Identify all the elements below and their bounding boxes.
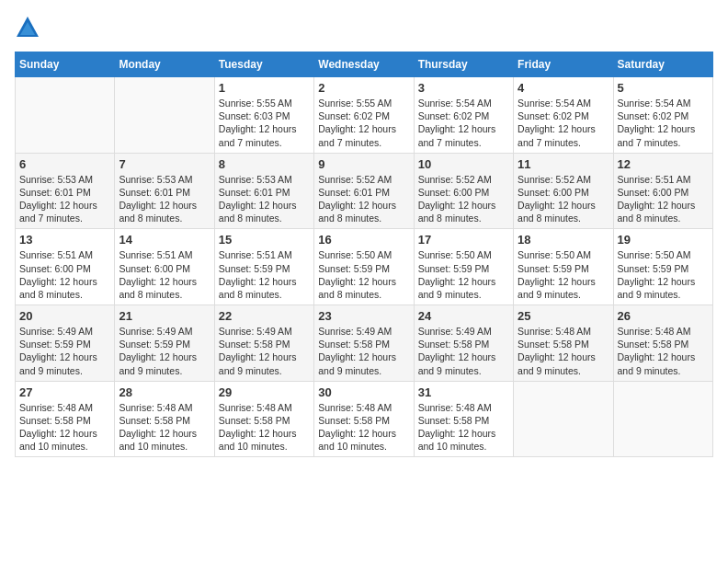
day-number: 6	[19, 157, 110, 171]
day-info: Sunrise: 5:54 AMSunset: 6:02 PMDaylight:…	[618, 97, 709, 149]
day-number: 13	[19, 233, 110, 247]
calendar-cell	[514, 381, 613, 457]
day-number: 11	[518, 157, 609, 171]
day-info: Sunrise: 5:53 AMSunset: 6:01 PMDaylight:…	[19, 173, 110, 225]
day-header-sunday: Sunday	[16, 52, 115, 77]
week-row-3: 13Sunrise: 5:51 AMSunset: 6:00 PMDayligh…	[16, 229, 713, 305]
day-number: 10	[418, 157, 509, 171]
day-info: Sunrise: 5:51 AMSunset: 5:59 PMDaylight:…	[219, 248, 310, 301]
logo-icon	[15, 15, 40, 40]
day-number: 21	[119, 309, 210, 323]
calendar-cell: 2Sunrise: 5:55 AMSunset: 6:02 PMDaylight…	[314, 77, 414, 154]
day-number: 2	[318, 81, 409, 95]
day-header-wednesday: Wednesday	[314, 52, 414, 77]
calendar-cell: 1Sunrise: 5:55 AMSunset: 6:03 PMDaylight…	[214, 77, 313, 154]
day-info: Sunrise: 5:50 AMSunset: 5:59 PMDaylight:…	[318, 248, 409, 301]
calendar-cell: 11Sunrise: 5:52 AMSunset: 6:00 PMDayligh…	[514, 153, 613, 229]
day-info: Sunrise: 5:48 AMSunset: 5:58 PMDaylight:…	[518, 325, 609, 377]
calendar-cell: 22Sunrise: 5:49 AMSunset: 5:58 PMDayligh…	[214, 305, 313, 382]
day-number: 12	[618, 157, 709, 171]
calendar-cell: 24Sunrise: 5:49 AMSunset: 5:58 PMDayligh…	[414, 305, 513, 382]
calendar-cell: 7Sunrise: 5:53 AMSunset: 6:01 PMDaylight…	[115, 153, 214, 229]
day-number: 4	[518, 81, 609, 95]
day-info: Sunrise: 5:52 AMSunset: 6:00 PMDaylight:…	[418, 173, 509, 225]
day-info: Sunrise: 5:51 AMSunset: 6:00 PMDaylight:…	[618, 173, 709, 225]
day-number: 5	[618, 81, 709, 95]
calendar-cell: 29Sunrise: 5:48 AMSunset: 5:58 PMDayligh…	[214, 381, 313, 457]
day-number: 23	[318, 309, 409, 323]
calendar-cell: 27Sunrise: 5:48 AMSunset: 5:58 PMDayligh…	[16, 381, 115, 457]
day-header-saturday: Saturday	[613, 52, 712, 77]
calendar-cell: 19Sunrise: 5:50 AMSunset: 5:59 PMDayligh…	[613, 229, 712, 305]
calendar-cell: 17Sunrise: 5:50 AMSunset: 5:59 PMDayligh…	[414, 229, 513, 305]
day-header-friday: Friday	[514, 52, 613, 77]
week-row-4: 20Sunrise: 5:49 AMSunset: 5:59 PMDayligh…	[16, 305, 713, 382]
header-row: SundayMondayTuesdayWednesdayThursdayFrid…	[16, 52, 713, 77]
day-number: 27	[19, 385, 110, 399]
page-header	[15, 15, 713, 40]
day-info: Sunrise: 5:54 AMSunset: 6:02 PMDaylight:…	[418, 97, 509, 149]
calendar-cell: 23Sunrise: 5:49 AMSunset: 5:58 PMDayligh…	[314, 305, 414, 382]
calendar-cell	[115, 77, 214, 154]
calendar-body: 1Sunrise: 5:55 AMSunset: 6:03 PMDaylight…	[16, 77, 713, 457]
day-info: Sunrise: 5:48 AMSunset: 5:58 PMDaylight:…	[219, 401, 310, 454]
calendar-cell: 16Sunrise: 5:50 AMSunset: 5:59 PMDayligh…	[314, 229, 414, 305]
calendar-cell: 5Sunrise: 5:54 AMSunset: 6:02 PMDaylight…	[613, 77, 712, 154]
day-number: 7	[119, 157, 210, 171]
day-number: 20	[19, 309, 110, 323]
day-info: Sunrise: 5:49 AMSunset: 5:59 PMDaylight:…	[119, 325, 210, 377]
calendar-cell: 20Sunrise: 5:49 AMSunset: 5:59 PMDayligh…	[16, 305, 115, 382]
day-number: 22	[219, 309, 310, 323]
day-info: Sunrise: 5:49 AMSunset: 5:59 PMDaylight:…	[19, 325, 110, 377]
calendar-cell: 26Sunrise: 5:48 AMSunset: 5:58 PMDayligh…	[613, 305, 712, 382]
calendar-cell: 21Sunrise: 5:49 AMSunset: 5:59 PMDayligh…	[115, 305, 214, 382]
day-number: 17	[418, 233, 509, 247]
day-info: Sunrise: 5:53 AMSunset: 6:01 PMDaylight:…	[219, 173, 310, 225]
calendar-cell	[613, 381, 712, 457]
day-info: Sunrise: 5:49 AMSunset: 5:58 PMDaylight:…	[318, 325, 409, 377]
day-info: Sunrise: 5:51 AMSunset: 6:00 PMDaylight:…	[19, 248, 110, 301]
day-info: Sunrise: 5:52 AMSunset: 6:00 PMDaylight:…	[518, 173, 609, 225]
calendar-cell: 14Sunrise: 5:51 AMSunset: 6:00 PMDayligh…	[115, 229, 214, 305]
calendar-cell	[16, 77, 115, 154]
calendar-cell: 12Sunrise: 5:51 AMSunset: 6:00 PMDayligh…	[613, 153, 712, 229]
day-info: Sunrise: 5:48 AMSunset: 5:58 PMDaylight:…	[119, 401, 210, 454]
calendar-cell: 10Sunrise: 5:52 AMSunset: 6:00 PMDayligh…	[414, 153, 513, 229]
day-number: 24	[418, 309, 509, 323]
day-info: Sunrise: 5:50 AMSunset: 5:59 PMDaylight:…	[418, 248, 509, 301]
day-number: 29	[219, 385, 310, 399]
day-number: 1	[219, 81, 310, 95]
day-number: 3	[418, 81, 509, 95]
day-number: 15	[219, 233, 310, 247]
calendar-cell: 15Sunrise: 5:51 AMSunset: 5:59 PMDayligh…	[214, 229, 313, 305]
calendar-cell: 31Sunrise: 5:48 AMSunset: 5:58 PMDayligh…	[414, 381, 513, 457]
day-number: 30	[318, 385, 409, 399]
calendar-cell: 6Sunrise: 5:53 AMSunset: 6:01 PMDaylight…	[16, 153, 115, 229]
week-row-2: 6Sunrise: 5:53 AMSunset: 6:01 PMDaylight…	[16, 153, 713, 229]
day-info: Sunrise: 5:48 AMSunset: 5:58 PMDaylight:…	[618, 325, 709, 377]
day-info: Sunrise: 5:54 AMSunset: 6:02 PMDaylight:…	[518, 97, 609, 149]
calendar-table: SundayMondayTuesdayWednesdayThursdayFrid…	[15, 52, 713, 457]
calendar-cell: 8Sunrise: 5:53 AMSunset: 6:01 PMDaylight…	[214, 153, 313, 229]
day-info: Sunrise: 5:50 AMSunset: 5:59 PMDaylight:…	[518, 248, 609, 301]
week-row-5: 27Sunrise: 5:48 AMSunset: 5:58 PMDayligh…	[16, 381, 713, 457]
calendar-cell: 30Sunrise: 5:48 AMSunset: 5:58 PMDayligh…	[314, 381, 414, 457]
day-number: 9	[318, 157, 409, 171]
day-info: Sunrise: 5:50 AMSunset: 5:59 PMDaylight:…	[618, 248, 709, 301]
day-info: Sunrise: 5:49 AMSunset: 5:58 PMDaylight:…	[219, 325, 310, 377]
day-info: Sunrise: 5:48 AMSunset: 5:58 PMDaylight:…	[19, 401, 110, 454]
day-header-monday: Monday	[115, 52, 214, 77]
calendar-cell: 28Sunrise: 5:48 AMSunset: 5:58 PMDayligh…	[115, 381, 214, 457]
day-number: 8	[219, 157, 310, 171]
day-number: 28	[119, 385, 210, 399]
day-number: 16	[318, 233, 409, 247]
day-header-thursday: Thursday	[414, 52, 513, 77]
day-info: Sunrise: 5:55 AMSunset: 6:03 PMDaylight:…	[219, 97, 310, 149]
day-number: 26	[618, 309, 709, 323]
day-number: 31	[418, 385, 509, 399]
calendar-cell: 18Sunrise: 5:50 AMSunset: 5:59 PMDayligh…	[514, 229, 613, 305]
day-number: 19	[618, 233, 709, 247]
day-number: 14	[119, 233, 210, 247]
calendar-cell: 25Sunrise: 5:48 AMSunset: 5:58 PMDayligh…	[514, 305, 613, 382]
day-info: Sunrise: 5:51 AMSunset: 6:00 PMDaylight:…	[119, 248, 210, 301]
